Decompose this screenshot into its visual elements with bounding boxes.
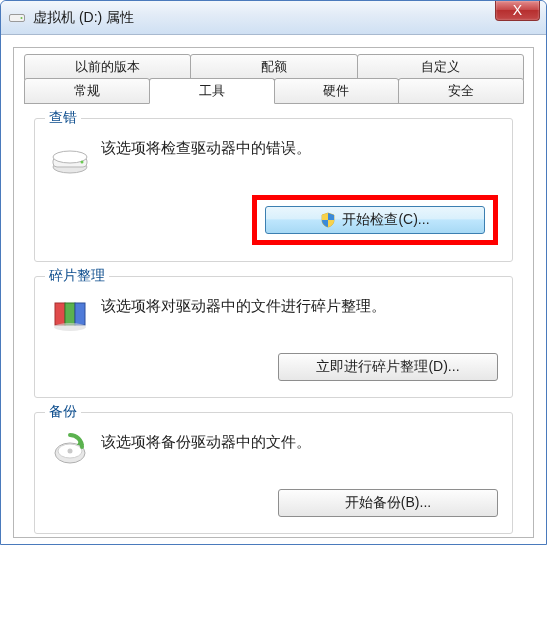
svg-point-1 <box>21 17 23 19</box>
check-now-label: 开始检查(C)... <box>342 211 429 229</box>
tab-customize[interactable]: 自定义 <box>357 54 524 80</box>
window-title: 虚拟机 (D:) 属性 <box>33 9 134 27</box>
svg-point-12 <box>68 449 73 454</box>
tab-general[interactable]: 常规 <box>24 78 150 104</box>
svg-point-5 <box>81 161 84 164</box>
properties-window: 虚拟机 (D:) 属性 X 以前的版本 配额 自定义 常规 工具 硬件 安全 查… <box>0 0 547 545</box>
dialog-body: 以前的版本 配额 自定义 常规 工具 硬件 安全 查错 <box>13 47 534 538</box>
group-backup-btn-row: 开始备份(B)... <box>49 489 498 517</box>
backup-now-label: 开始备份(B)... <box>345 494 431 512</box>
group-defrag-btn-row: 立即进行碎片整理(D)... <box>49 353 498 381</box>
tab-panel-tools: 查错 该选项将检查驱动器中的错误。 <box>24 104 523 527</box>
svg-rect-7 <box>65 303 75 325</box>
tab-row-2: 常规 工具 硬件 安全 <box>24 78 523 104</box>
svg-rect-8 <box>75 303 85 325</box>
group-check-btn-row: 开始检查(C)... <box>49 195 498 245</box>
group-check-row: 该选项将检查驱动器中的错误。 <box>49 133 498 177</box>
group-defrag: 碎片整理 该选项将对驱动器中的文件进行碎片整理。 立即进行碎片整 <box>34 276 513 398</box>
svg-rect-6 <box>55 303 65 325</box>
group-check-desc: 该选项将检查驱动器中的错误。 <box>101 133 311 160</box>
tab-tools[interactable]: 工具 <box>149 78 275 104</box>
group-backup-desc: 该选项将备份驱动器中的文件。 <box>101 427 311 454</box>
tab-row-1: 以前的版本 配额 自定义 <box>24 54 523 80</box>
backup-icon <box>49 429 91 471</box>
tab-hardware[interactable]: 硬件 <box>274 78 400 104</box>
defrag-icon <box>49 293 91 335</box>
tab-quota[interactable]: 配额 <box>190 54 357 80</box>
group-defrag-legend: 碎片整理 <box>45 267 109 285</box>
tab-previous-versions[interactable]: 以前的版本 <box>24 54 191 80</box>
defrag-now-button[interactable]: 立即进行碎片整理(D)... <box>278 353 498 381</box>
group-check-legend: 查错 <box>45 109 81 127</box>
tab-security[interactable]: 安全 <box>398 78 524 104</box>
defrag-now-label: 立即进行碎片整理(D)... <box>316 358 459 376</box>
check-now-button[interactable]: 开始检查(C)... <box>265 206 485 234</box>
backup-now-button[interactable]: 开始备份(B)... <box>278 489 498 517</box>
titlebar[interactable]: 虚拟机 (D:) 属性 X <box>1 1 546 35</box>
close-button[interactable]: X <box>495 1 540 21</box>
drive-icon <box>9 12 25 24</box>
group-backup-legend: 备份 <box>45 403 81 421</box>
uac-shield-icon <box>320 212 336 228</box>
highlight-annotation: 开始检查(C)... <box>252 195 498 245</box>
group-defrag-desc: 该选项将对驱动器中的文件进行碎片整理。 <box>101 291 386 318</box>
svg-point-9 <box>54 323 86 331</box>
group-check: 查错 该选项将检查驱动器中的错误。 <box>34 118 513 262</box>
group-backup: 备份 该选项将备份驱动器中的文件。 <box>34 412 513 534</box>
drive-check-icon <box>49 135 91 177</box>
group-backup-row: 该选项将备份驱动器中的文件。 <box>49 427 498 471</box>
group-defrag-row: 该选项将对驱动器中的文件进行碎片整理。 <box>49 291 498 335</box>
